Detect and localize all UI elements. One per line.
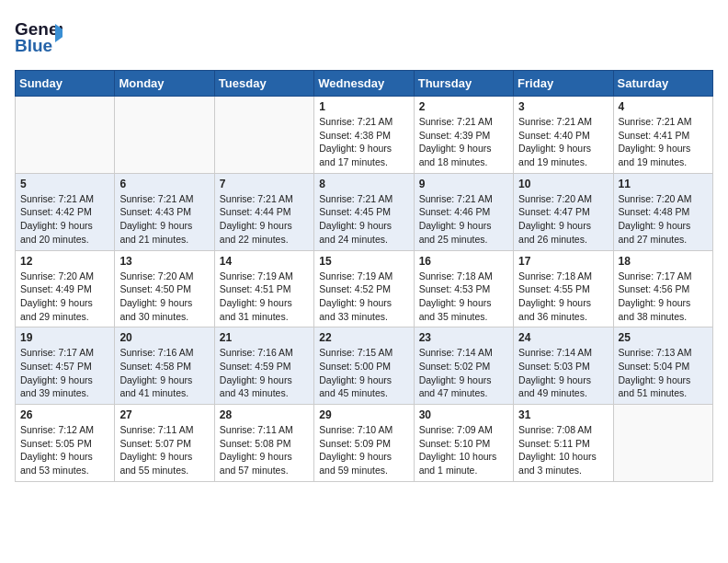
day-info: Sunrise: 7:16 AM Sunset: 4:59 PM Dayligh… [220,346,309,400]
day-info: Sunrise: 7:21 AM Sunset: 4:38 PM Dayligh… [319,115,408,169]
day-info: Sunrise: 7:19 AM Sunset: 4:51 PM Dayligh… [220,270,309,324]
calendar-cell: 10Sunrise: 7:20 AM Sunset: 4:47 PM Dayli… [514,173,613,250]
day-info: Sunrise: 7:21 AM Sunset: 4:41 PM Dayligh… [619,115,708,169]
week-row-5: 26Sunrise: 7:12 AM Sunset: 5:05 PM Dayli… [16,405,713,482]
calendar-cell: 28Sunrise: 7:11 AM Sunset: 5:08 PM Dayli… [214,405,313,482]
day-number: 25 [619,331,708,344]
calendar-cell: 30Sunrise: 7:09 AM Sunset: 5:10 PM Dayli… [414,405,513,482]
day-info: Sunrise: 7:19 AM Sunset: 4:52 PM Dayligh… [319,270,408,324]
day-info: Sunrise: 7:13 AM Sunset: 5:04 PM Dayligh… [619,346,708,400]
day-number: 22 [319,331,408,344]
calendar-cell: 4Sunrise: 7:21 AM Sunset: 4:41 PM Daylig… [613,97,712,174]
day-number: 10 [518,178,608,190]
day-number: 13 [119,255,209,268]
week-row-4: 19Sunrise: 7:17 AM Sunset: 4:57 PM Dayli… [16,327,713,405]
day-info: Sunrise: 7:12 AM Sunset: 5:05 PM Dayligh… [20,423,109,477]
calendar-cell: 29Sunrise: 7:10 AM Sunset: 5:09 PM Dayli… [314,405,414,482]
calendar-cell: 26Sunrise: 7:12 AM Sunset: 5:05 PM Dayli… [16,405,115,482]
day-number: 8 [319,178,408,190]
calendar-cell: 22Sunrise: 7:15 AM Sunset: 5:00 PM Dayli… [314,327,414,405]
calendar-cell: 15Sunrise: 7:19 AM Sunset: 4:52 PM Dayli… [314,250,414,327]
day-info: Sunrise: 7:20 AM Sunset: 4:50 PM Dayligh… [119,270,209,324]
calendar-cell: 16Sunrise: 7:18 AM Sunset: 4:53 PM Dayli… [414,250,513,327]
day-number: 11 [619,178,708,190]
day-info: Sunrise: 7:14 AM Sunset: 5:03 PM Dayligh… [518,346,608,400]
calendar-cell [115,97,214,174]
calendar-cell: 21Sunrise: 7:16 AM Sunset: 4:59 PM Dayli… [214,327,313,405]
day-number: 16 [419,255,508,268]
calendar-cell: 18Sunrise: 7:17 AM Sunset: 4:56 PM Dayli… [613,250,712,327]
day-info: Sunrise: 7:21 AM Sunset: 4:44 PM Dayligh… [220,192,309,247]
calendar-cell: 27Sunrise: 7:11 AM Sunset: 5:07 PM Dayli… [115,405,214,482]
day-info: Sunrise: 7:16 AM Sunset: 4:58 PM Dayligh… [119,346,209,400]
day-number: 29 [319,408,408,421]
calendar-cell: 23Sunrise: 7:14 AM Sunset: 5:02 PM Dayli… [414,327,513,405]
calendar-cell: 2Sunrise: 7:21 AM Sunset: 4:39 PM Daylig… [414,97,513,174]
day-number: 24 [518,331,608,344]
weekday-monday: Monday [115,71,214,97]
logo: General Blue [15,15,63,59]
calendar-cell: 31Sunrise: 7:08 AM Sunset: 5:11 PM Dayli… [514,405,613,482]
day-number: 30 [419,408,508,421]
calendar-cell: 9Sunrise: 7:21 AM Sunset: 4:46 PM Daylig… [414,173,513,250]
calendar-cell: 8Sunrise: 7:21 AM Sunset: 4:45 PM Daylig… [314,173,414,250]
calendar-cell: 19Sunrise: 7:17 AM Sunset: 4:57 PM Dayli… [16,327,115,405]
day-number: 6 [119,178,209,190]
day-number: 31 [518,408,608,421]
day-info: Sunrise: 7:15 AM Sunset: 5:00 PM Dayligh… [319,346,408,400]
day-number: 27 [119,408,209,421]
weekday-friday: Friday [514,71,613,97]
day-number: 3 [518,100,608,113]
calendar-cell: 5Sunrise: 7:21 AM Sunset: 4:42 PM Daylig… [16,173,115,250]
day-info: Sunrise: 7:08 AM Sunset: 5:11 PM Dayligh… [518,423,608,477]
day-number: 9 [419,178,508,190]
day-number: 26 [20,408,109,421]
day-number: 19 [20,331,109,344]
weekday-wednesday: Wednesday [314,71,414,97]
calendar-cell: 13Sunrise: 7:20 AM Sunset: 4:50 PM Dayli… [115,250,214,327]
calendar-cell: 3Sunrise: 7:21 AM Sunset: 4:40 PM Daylig… [514,97,613,174]
day-info: Sunrise: 7:18 AM Sunset: 4:55 PM Dayligh… [518,270,608,324]
day-info: Sunrise: 7:17 AM Sunset: 4:57 PM Dayligh… [20,346,109,400]
calendar-cell [613,405,712,482]
day-number: 5 [20,178,109,190]
calendar-cell: 6Sunrise: 7:21 AM Sunset: 4:43 PM Daylig… [115,173,214,250]
day-number: 15 [319,255,408,268]
day-number: 28 [220,408,309,421]
week-row-2: 5Sunrise: 7:21 AM Sunset: 4:42 PM Daylig… [16,173,713,250]
calendar-cell: 20Sunrise: 7:16 AM Sunset: 4:58 PM Dayli… [115,327,214,405]
calendar-cell [16,97,115,174]
calendar-table: SundayMondayTuesdayWednesdayThursdayFrid… [15,70,713,482]
day-info: Sunrise: 7:21 AM Sunset: 4:39 PM Dayligh… [419,115,508,169]
day-number: 1 [319,100,408,113]
svg-text:Blue: Blue [15,36,52,55]
weekday-tuesday: Tuesday [214,71,313,97]
day-info: Sunrise: 7:20 AM Sunset: 4:48 PM Dayligh… [619,192,708,247]
day-info: Sunrise: 7:21 AM Sunset: 4:46 PM Dayligh… [419,192,508,247]
day-number: 21 [220,331,309,344]
weekday-saturday: Saturday [613,71,712,97]
day-info: Sunrise: 7:20 AM Sunset: 4:47 PM Dayligh… [518,192,608,247]
day-info: Sunrise: 7:21 AM Sunset: 4:40 PM Dayligh… [518,115,608,169]
logo-icon: General Blue [15,15,63,55]
day-info: Sunrise: 7:18 AM Sunset: 4:53 PM Dayligh… [419,270,508,324]
day-number: 12 [20,255,109,268]
calendar-cell: 1Sunrise: 7:21 AM Sunset: 4:38 PM Daylig… [314,97,414,174]
day-number: 14 [220,255,309,268]
calendar-cell [214,97,313,174]
day-info: Sunrise: 7:17 AM Sunset: 4:56 PM Dayligh… [619,270,708,324]
calendar-cell: 25Sunrise: 7:13 AM Sunset: 5:04 PM Dayli… [613,327,712,405]
day-number: 7 [220,178,309,190]
day-number: 23 [419,331,508,344]
day-number: 4 [619,100,708,113]
weekday-thursday: Thursday [414,71,513,97]
day-number: 2 [419,100,508,113]
day-info: Sunrise: 7:14 AM Sunset: 5:02 PM Dayligh… [419,346,508,400]
day-info: Sunrise: 7:21 AM Sunset: 4:45 PM Dayligh… [319,192,408,247]
day-number: 20 [119,331,209,344]
day-info: Sunrise: 7:21 AM Sunset: 4:43 PM Dayligh… [119,192,209,247]
calendar-cell: 24Sunrise: 7:14 AM Sunset: 5:03 PM Dayli… [514,327,613,405]
calendar-cell: 14Sunrise: 7:19 AM Sunset: 4:51 PM Dayli… [214,250,313,327]
day-info: Sunrise: 7:10 AM Sunset: 5:09 PM Dayligh… [319,423,408,477]
calendar-cell: 12Sunrise: 7:20 AM Sunset: 4:49 PM Dayli… [16,250,115,327]
